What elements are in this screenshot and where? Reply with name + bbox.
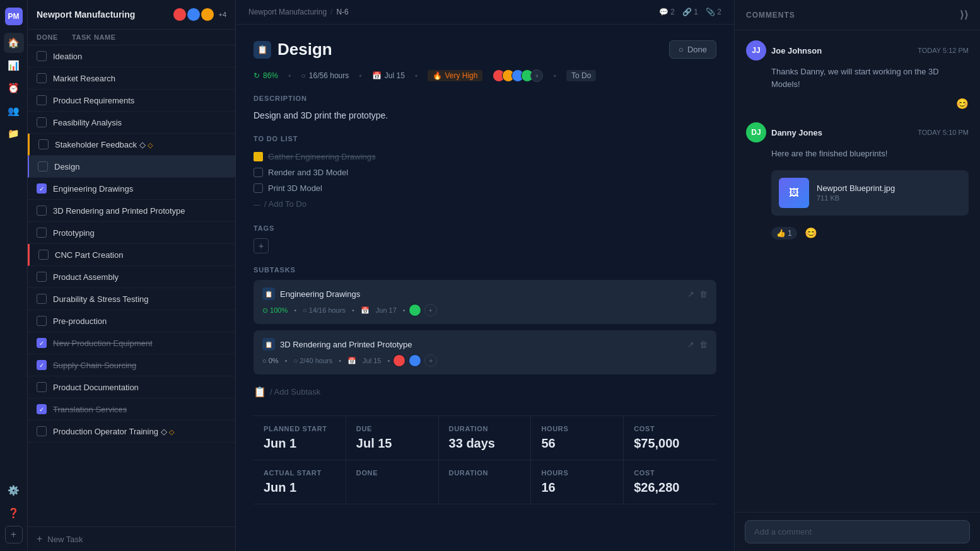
- comment-2-time: TODAY 5:10 PM: [918, 129, 969, 136]
- task-checkbox-5[interactable]: [38, 139, 49, 149]
- comment-1-reaction[interactable]: 😊: [746, 98, 969, 110]
- task-checkbox-18[interactable]: [37, 426, 47, 436]
- task-checkbox-9[interactable]: [37, 228, 47, 238]
- task-checkbox-16[interactable]: [37, 382, 47, 392]
- task-item-16[interactable]: Product Documentation: [28, 376, 235, 398]
- task-item-14[interactable]: New Production Equipment: [28, 332, 235, 354]
- avatar-group: +4: [173, 8, 226, 21]
- subtask-1-title[interactable]: Engineering Drawings: [280, 289, 360, 299]
- task-checkbox-1[interactable]: [37, 51, 47, 61]
- task-item-12[interactable]: Durability & Stress Testing: [28, 288, 235, 310]
- comment-input[interactable]: [745, 520, 970, 543]
- subtask-1-add-assignee[interactable]: +: [424, 304, 437, 316]
- task-item-17[interactable]: Translation Services: [28, 398, 235, 420]
- due-cell: DUE Jul 15: [346, 416, 439, 460]
- actual-cost-cell: COST $26,280: [624, 460, 716, 504]
- task-item-15[interactable]: Supply Chain Sourcing: [28, 354, 235, 376]
- subtask-2-title-row: 📋 3D Rendering and Printed Prototype: [262, 338, 412, 351]
- task-checkbox-7[interactable]: [37, 183, 47, 194]
- add-todo-row[interactable]: — / Add To Do: [254, 196, 716, 212]
- task-item-11[interactable]: Product Assembly: [28, 266, 235, 288]
- subtasks-label: SUBTASKS: [254, 266, 716, 274]
- nav-help[interactable]: ❓: [4, 503, 24, 523]
- add-tag-button[interactable]: +: [254, 238, 269, 253]
- subtask-1-delete[interactable]: 🗑: [699, 289, 708, 299]
- task-item-13[interactable]: Pre-production: [28, 310, 235, 332]
- task-name-3: Product Requirements: [53, 96, 134, 105]
- task-item-6[interactable]: Design: [28, 156, 235, 178]
- status-button[interactable]: ○ Done: [669, 40, 716, 59]
- task-checkbox-4[interactable]: [37, 117, 47, 127]
- comment-1-meta: JJ Joe Johnson TODAY 5:12 PM: [746, 40, 969, 61]
- task-meta-row: ↻ 86% • ○ 16/56 hours • 📅 Jul 15 • 🔥 Ver…: [254, 69, 716, 82]
- task-checkbox-8[interactable]: [37, 206, 47, 216]
- nav-people[interactable]: 👥: [4, 101, 24, 121]
- task-checkbox-10[interactable]: [38, 250, 49, 260]
- task-checkbox-14[interactable]: [37, 338, 47, 348]
- task-status-badge[interactable]: To Do: [566, 70, 596, 81]
- actual-footer: ACTUAL START Jun 1 DONE DURATION HOURS 1…: [254, 460, 716, 504]
- todo-check-2[interactable]: [254, 168, 263, 177]
- breadcrumb-project[interactable]: Newport Manufacturing: [248, 8, 327, 16]
- comments-header: COMMENTS ⟩⟩: [735, 0, 980, 30]
- duration-cell: DURATION 33 days: [439, 416, 532, 460]
- todo-item-3: Print 3D Model: [254, 180, 716, 196]
- task-item-3[interactable]: Product Requirements: [28, 90, 235, 112]
- nav-folder[interactable]: 📁: [4, 124, 24, 144]
- task-item-10[interactable]: CNC Part Creation: [28, 244, 235, 266]
- subtask-2-title[interactable]: 3D Rendering and Printed Prototype: [280, 340, 412, 349]
- task-checkbox-3[interactable]: [37, 95, 47, 105]
- task-sidebar: Newport Manufacturing +4 DONE TASK NAME …: [28, 0, 236, 551]
- nav-add-button[interactable]: +: [5, 526, 23, 543]
- nav-settings[interactable]: ⚙️: [4, 480, 24, 501]
- task-item-18[interactable]: Production Operator Training ◇: [28, 420, 235, 443]
- task-title-left: 📋 Design: [254, 40, 332, 59]
- comment-1: JJ Joe Johnson TODAY 5:12 PM Thanks Dann…: [746, 40, 969, 110]
- app-logo[interactable]: PM: [5, 8, 23, 25]
- task-item-4[interactable]: Feasibility Analysis: [28, 112, 235, 134]
- tags-row: +: [254, 238, 716, 253]
- todo-check-3[interactable]: [254, 183, 263, 193]
- comment-2-avatar: DJ: [746, 122, 766, 142]
- task-name-5: Stakeholder Feedback ◇: [55, 140, 153, 149]
- task-name-14: New Production Equipment: [53, 339, 153, 348]
- subtask-2-header: 📋 3D Rendering and Printed Prototype ↗ 🗑: [262, 338, 708, 351]
- add-subtask-row[interactable]: 📋 / Add Subtask: [254, 381, 716, 403]
- task-checkbox-15[interactable]: [37, 360, 47, 370]
- priority-badge[interactable]: 🔥 Very High: [428, 70, 482, 81]
- task-item-9[interactable]: Prototyping: [28, 222, 235, 244]
- comments-toggle-button[interactable]: ⟩⟩: [960, 9, 969, 21]
- add-reaction-button[interactable]: 😊: [805, 227, 817, 239]
- nav-chart[interactable]: 📊: [4, 55, 24, 76]
- task-item-2[interactable]: Market Research: [28, 67, 235, 90]
- todo-check-1[interactable]: [254, 152, 263, 161]
- thumbs-up-reaction[interactable]: 👍 1: [771, 227, 797, 240]
- task-checkbox-13[interactable]: [37, 316, 47, 326]
- task-checkbox-11[interactable]: [37, 272, 47, 282]
- task-item-1[interactable]: Ideation: [28, 45, 235, 67]
- add-assignee-button[interactable]: +: [530, 69, 543, 82]
- nav-home[interactable]: 🏠: [4, 33, 24, 53]
- todo-label: TO DO LIST: [254, 135, 716, 142]
- subtask-1-assignee: [409, 304, 421, 316]
- task-item-8[interactable]: 3D Rendering and Printed Prototype: [28, 200, 235, 222]
- subtask-2-add-assignee[interactable]: +: [424, 354, 437, 367]
- subtask-1-external-link[interactable]: ↗: [687, 289, 694, 299]
- task-item-5[interactable]: Stakeholder Feedback ◇: [28, 134, 235, 156]
- nav-clock[interactable]: ⏰: [4, 78, 24, 98]
- task-checkbox-2[interactable]: [37, 73, 47, 83]
- subtask-1-dot2: •: [352, 306, 354, 314]
- new-task-row[interactable]: + New Task: [28, 526, 235, 551]
- comment-2-meta: DJ Danny Jones TODAY 5:10 PM: [746, 122, 969, 142]
- col-name-header: TASK NAME: [72, 33, 226, 41]
- task-item-7[interactable]: Engineering Drawings: [28, 178, 235, 200]
- subtask-2-delete[interactable]: 🗑: [699, 340, 708, 349]
- task-checkbox-6[interactable]: [38, 161, 48, 171]
- subtask-2-external-link[interactable]: ↗: [687, 340, 694, 349]
- task-checkbox-17[interactable]: [37, 404, 47, 414]
- task-checkbox-12[interactable]: [37, 294, 47, 304]
- attachment-thumbnail: 🖼: [779, 178, 809, 208]
- comment-input-area: [735, 512, 980, 551]
- calendar-icon: 📅: [372, 71, 382, 80]
- task-title: Design: [277, 40, 332, 59]
